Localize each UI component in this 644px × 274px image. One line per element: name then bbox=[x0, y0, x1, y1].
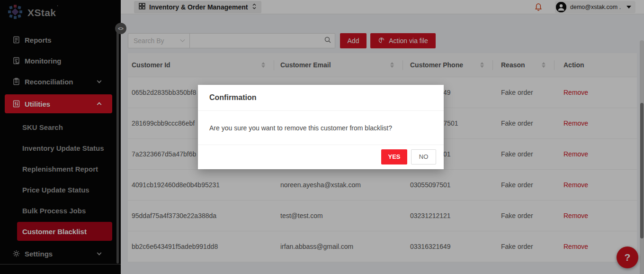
modal-footer: YES NO bbox=[198, 145, 444, 168]
confirmation-modal: Confirmation Are you sure you want to re… bbox=[198, 85, 444, 169]
no-button[interactable]: NO bbox=[411, 149, 436, 164]
app-root: XStak ' Reports Monitoring bbox=[0, 0, 644, 274]
yes-button[interactable]: YES bbox=[381, 149, 407, 164]
modal-title: Confirmation bbox=[198, 85, 444, 111]
modal-message: Are you sure you want to remove this cus… bbox=[198, 111, 444, 145]
